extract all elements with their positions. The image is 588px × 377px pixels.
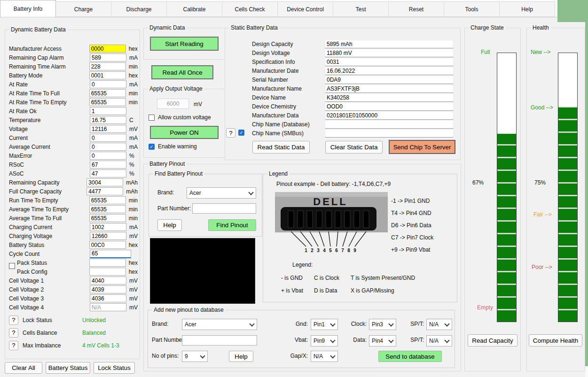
cell-voltage-4-input[interactable] bbox=[90, 303, 126, 311]
tab-calibrate[interactable]: Calibrate bbox=[166, 1, 222, 17]
gapx-dropdown[interactable]: N/A bbox=[311, 351, 338, 362]
data-value: Pin4 bbox=[372, 338, 383, 344]
spt2-dropdown[interactable]: N/A bbox=[426, 335, 452, 346]
static-row-chip-name-database: Chip Name (Database) bbox=[225, 120, 459, 129]
at-rate-time-to-empty-input[interactable] bbox=[89, 98, 126, 106]
add-brand-dropdown[interactable]: Acer bbox=[182, 319, 257, 330]
tab-help[interactable]: Help bbox=[499, 1, 555, 17]
battery-status-button[interactable]: Battery Status bbox=[46, 362, 90, 374]
read-all-once-button[interactable]: Read All Once bbox=[151, 65, 213, 79]
find-pinout-button[interactable]: Find Pinout bbox=[208, 219, 256, 231]
cell-voltage-2-input[interactable] bbox=[90, 285, 126, 293]
tab-test[interactable]: Test bbox=[333, 1, 389, 17]
output-voltage-input[interactable] bbox=[157, 99, 189, 109]
lock-status-button[interactable]: Lock Status bbox=[94, 362, 135, 374]
device-chemistry-input[interactable] bbox=[325, 102, 454, 111]
spt1-dropdown[interactable]: N/A bbox=[426, 319, 452, 330]
tab-reset[interactable]: Reset bbox=[388, 1, 444, 17]
asoc-input[interactable] bbox=[90, 169, 126, 177]
tab-tools[interactable]: Tools bbox=[444, 1, 500, 17]
clear-all-button[interactable]: Clear All bbox=[5, 362, 42, 374]
battery-mode-input[interactable] bbox=[89, 71, 126, 79]
charging-voltage-input[interactable] bbox=[90, 232, 126, 240]
chip-name-smbus-checkbox[interactable]: ✓ bbox=[238, 130, 244, 136]
at-rate-ok-input[interactable] bbox=[90, 107, 126, 115]
status-value: 4 mV Cells 1-3 bbox=[82, 342, 119, 349]
part-number-input[interactable] bbox=[192, 203, 256, 214]
manufacturer-access-input[interactable] bbox=[89, 45, 126, 53]
specification-info-input[interactable] bbox=[325, 58, 454, 66]
cycle-count-input[interactable] bbox=[90, 250, 131, 258]
average-time-to-full-input[interactable] bbox=[89, 214, 126, 222]
max-imbalance-help-button[interactable]: ? bbox=[9, 341, 18, 350]
cell-voltage-1-input[interactable] bbox=[90, 277, 126, 285]
allow-custom-voltage-checkbox[interactable]: ✓ bbox=[149, 115, 155, 121]
full-charge-capacity-input[interactable] bbox=[86, 187, 123, 195]
remaining-cap-alarm-input[interactable] bbox=[90, 54, 126, 62]
manufacturer-name-input[interactable] bbox=[325, 85, 454, 93]
rsoc-input[interactable] bbox=[90, 161, 126, 169]
temperature-input[interactable] bbox=[90, 116, 126, 124]
chip-name-database-input[interactable] bbox=[325, 120, 454, 129]
tab-charge[interactable]: Charge bbox=[55, 1, 111, 17]
add-pinout-help-button[interactable]: Help bbox=[229, 351, 253, 362]
read-capacity-button[interactable]: Read Capacity bbox=[468, 334, 517, 346]
remaining-time-alarm-input[interactable] bbox=[89, 62, 126, 70]
tab-device-control[interactable]: Device Control bbox=[277, 1, 333, 17]
clock-dropdown[interactable]: Pin3 bbox=[369, 319, 396, 330]
charging-current-input[interactable] bbox=[90, 223, 126, 231]
add-part-input[interactable] bbox=[182, 335, 257, 346]
read-static-data-button[interactable]: Read Static Data bbox=[252, 141, 310, 154]
vbat-dropdown[interactable]: Pin9 bbox=[311, 335, 338, 346]
send-to-database-button[interactable]: Send to database bbox=[378, 351, 442, 362]
field-unit: hex bbox=[129, 242, 138, 248]
chip-name-help-button[interactable]: ? bbox=[226, 128, 235, 138]
maxerror-input[interactable] bbox=[90, 152, 126, 160]
voltage-input[interactable] bbox=[90, 125, 126, 133]
compute-health-button[interactable]: Compute Health bbox=[529, 334, 582, 346]
manufacturer-date-input[interactable] bbox=[325, 67, 454, 75]
pack-config-input[interactable] bbox=[89, 268, 126, 276]
gnd-dropdown[interactable]: Pin1 bbox=[311, 319, 338, 330]
at-rate-input[interactable] bbox=[90, 80, 126, 88]
clock-label: Clock: bbox=[345, 321, 367, 327]
group-title: Legend bbox=[267, 170, 290, 177]
enable-warning-checkbox[interactable]: ✓ bbox=[149, 144, 155, 150]
lock-status-help-button[interactable]: ? bbox=[9, 315, 18, 325]
remaining-capacity-input[interactable] bbox=[86, 178, 123, 186]
field-label: Remaining Time Alarm bbox=[9, 63, 89, 70]
tab-discharge[interactable]: Discharge bbox=[111, 1, 167, 17]
data-dropdown[interactable]: Pin4 bbox=[369, 335, 396, 346]
cell-voltage-3-input[interactable] bbox=[90, 294, 126, 302]
battery-status-input[interactable] bbox=[89, 241, 126, 249]
allow-custom-voltage-label: Allow custom voltage bbox=[158, 114, 211, 121]
average-current-input[interactable] bbox=[90, 143, 126, 151]
no-of-pins-dropdown[interactable]: 9 bbox=[182, 351, 208, 362]
add-brand-value: Acer bbox=[185, 321, 196, 328]
data-label: Data: bbox=[345, 337, 367, 343]
status-label: Lock Status bbox=[23, 317, 78, 323]
average-time-to-empty-input[interactable] bbox=[89, 205, 126, 213]
pack-status-input[interactable] bbox=[89, 259, 126, 267]
brand-dropdown[interactable]: Acer bbox=[187, 187, 256, 199]
clear-static-data-button[interactable]: Clear Static Data bbox=[325, 141, 383, 154]
design-capacity-input[interactable] bbox=[325, 40, 454, 48]
current-input[interactable] bbox=[90, 134, 126, 142]
tab-battery-info[interactable]: Battery Info bbox=[0, 0, 56, 17]
run-time-to-empty-input[interactable] bbox=[89, 196, 126, 204]
field-row-temperature: TemperatureC bbox=[9, 115, 138, 124]
send-chip-to-server-button[interactable]: Send Chip To Server bbox=[389, 140, 455, 154]
manufacturer-data-input[interactable] bbox=[325, 111, 454, 120]
serial-number-input[interactable] bbox=[325, 76, 454, 84]
chip-name-smbus-input[interactable] bbox=[325, 129, 454, 138]
design-voltage-input[interactable] bbox=[325, 49, 454, 57]
power-on-button[interactable]: Power ON bbox=[150, 126, 219, 139]
cells-balance-help-button[interactable]: ? bbox=[9, 328, 18, 338]
legend-line-2: + is VbatD is DataX is GAP/Missing bbox=[281, 287, 394, 294]
field-row-average-time-to-full: Average Time To Fullmin bbox=[9, 214, 138, 223]
find-pinout-help-button[interactable]: Help bbox=[157, 219, 182, 231]
tab-cells-check[interactable]: Cells Check bbox=[222, 1, 278, 17]
device-name-input[interactable] bbox=[325, 93, 454, 102]
at-rate-time-to-full-input[interactable] bbox=[89, 89, 126, 97]
start-reading-button[interactable]: Start Reading bbox=[150, 37, 219, 51]
